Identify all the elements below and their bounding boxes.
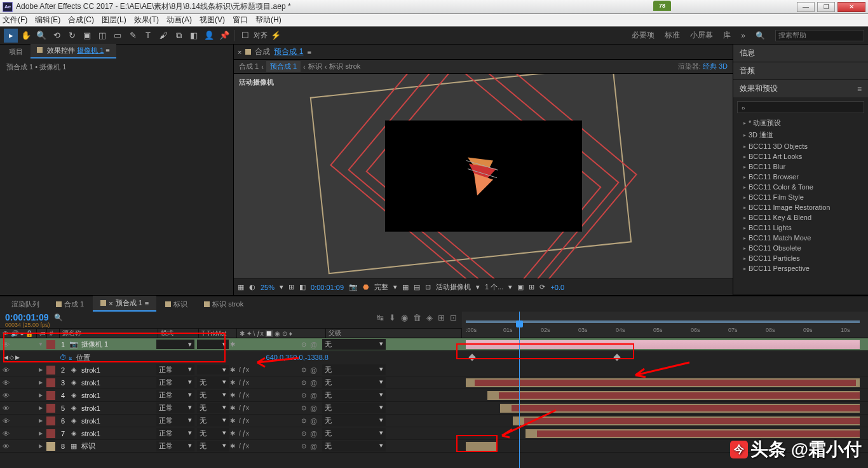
- parent-select[interactable]: 无▾: [322, 428, 386, 439]
- camera-tool[interactable]: ▣: [80, 29, 94, 43]
- stopwatch-icon[interactable]: ⏱ ⊵: [60, 354, 72, 361]
- pickwhip-icon[interactable]: @: [306, 443, 321, 450]
- pickwhip-icon[interactable]: @: [306, 392, 321, 399]
- switches[interactable]: ✱/ ƒx⊙: [230, 379, 306, 386]
- label-color[interactable]: [46, 340, 55, 349]
- preset-item[interactable]: BCC11 Perspective: [733, 263, 868, 273]
- preset-item[interactable]: BCC11 Browser: [733, 172, 868, 182]
- ws-essentials[interactable]: 必要项: [632, 30, 654, 41]
- timeline-tab[interactable]: × 预合成 1 ≡: [93, 296, 156, 312]
- keyframe[interactable]: [468, 354, 475, 361]
- twirl-icon[interactable]: ▶: [37, 367, 44, 373]
- snap-options[interactable]: ⚡: [269, 29, 283, 43]
- parent-select[interactable]: 无▾: [322, 364, 386, 375]
- menu-help[interactable]: 帮助(H): [255, 15, 281, 25]
- roto-tool[interactable]: 👤: [202, 29, 216, 43]
- timeline-tab[interactable]: 标识: [158, 297, 195, 312]
- layer-bar-inner[interactable]: [499, 392, 860, 399]
- puppet-tool[interactable]: 📌: [217, 29, 231, 43]
- clone-tool[interactable]: ⧉: [172, 29, 186, 43]
- trkmat[interactable]: 无▾: [197, 390, 229, 401]
- parent-select[interactable]: 无▾: [322, 390, 386, 401]
- timeline-tab[interactable]: 标识 strok: [196, 297, 251, 312]
- blend-mode[interactable]: 正常▾: [156, 403, 194, 413]
- twirl-icon[interactable]: ▶: [37, 405, 44, 411]
- minimize-button[interactable]: —: [797, 2, 815, 12]
- switches[interactable]: ✱/ ƒx⊙: [230, 404, 306, 411]
- alpha-icon[interactable]: ◐: [249, 283, 255, 291]
- parent-select[interactable]: 无▾: [322, 441, 386, 451]
- pickwhip-icon[interactable]: @: [306, 417, 321, 425]
- timeline-tab[interactable]: 合成 1: [48, 297, 92, 312]
- layer-name[interactable]: strok1: [79, 379, 155, 387]
- keyframe-nav[interactable]: ◀◇▶: [0, 354, 32, 361]
- views-select[interactable]: 1 个...: [485, 282, 503, 292]
- mask-icon[interactable]: ⊡: [425, 283, 431, 291]
- bc-1[interactable]: 预合成 1: [266, 61, 301, 72]
- shape-tool[interactable]: ▭: [111, 29, 125, 43]
- trkmat[interactable]: 无▾: [197, 403, 229, 413]
- maximize-button[interactable]: ❐: [817, 2, 835, 12]
- hand-tool[interactable]: ✋: [19, 29, 33, 43]
- snapshot-icon[interactable]: 📷: [349, 283, 358, 291]
- twirl-icon[interactable]: ▶: [37, 443, 44, 449]
- switches[interactable]: ✱/ ƒx⊙: [230, 430, 306, 437]
- zoom-value[interactable]: 25%: [261, 284, 275, 291]
- snap-toggle[interactable]: ☐: [238, 29, 252, 43]
- tab-effect-controls[interactable]: 效果控件 摄像机 1 ≡: [31, 44, 116, 59]
- trkmat[interactable]: ▾: [197, 365, 229, 375]
- label-color[interactable]: [46, 378, 55, 387]
- parent-select[interactable]: 无▾: [322, 415, 386, 426]
- preset-item[interactable]: BCC11 Blur: [733, 162, 868, 172]
- label-color[interactable]: [46, 429, 55, 438]
- layer-bar-inner[interactable]: [537, 430, 860, 437]
- view1-icon[interactable]: ▣: [517, 283, 524, 291]
- search-help-input[interactable]: 搜索帮助: [775, 30, 864, 41]
- pickwhip-icon[interactable]: @: [306, 341, 321, 348]
- layer-name[interactable]: strok1: [79, 404, 155, 412]
- comp-name[interactable]: 预合成 1: [274, 46, 303, 57]
- viewport[interactable]: 活动摄像机: [234, 74, 733, 279]
- trkmat[interactable]: 无▾: [197, 428, 229, 439]
- layer-row[interactable]: 👁 ▶ 5 ◈ strok1 正常▾ 无▾ ✱/ ƒx⊙ @ 无▾: [0, 402, 868, 415]
- preset-item[interactable]: BCC11 Film Style: [733, 192, 868, 202]
- preset-item[interactable]: BCC11 Key & Blend: [733, 212, 868, 223]
- menu-effect[interactable]: 效果(T): [134, 15, 159, 25]
- ws-standard[interactable]: 标准: [665, 30, 680, 41]
- layer-bar-inner[interactable]: [512, 405, 860, 411]
- blend-mode[interactable]: 正常▾: [156, 441, 194, 451]
- parent-select[interactable]: 无▾: [322, 377, 386, 388]
- layer-bar[interactable]: [466, 340, 860, 349]
- renderer-value[interactable]: 经典 3D: [703, 62, 728, 70]
- menu-anim[interactable]: 动画(A): [166, 15, 192, 25]
- rotate-tool[interactable]: ↻: [65, 29, 79, 43]
- switches[interactable]: ✱/ ƒx⊙: [230, 443, 306, 450]
- label-color[interactable]: [46, 442, 55, 451]
- trkmat[interactable]: ▾: [197, 340, 229, 349]
- view2-icon[interactable]: ⊞: [529, 283, 534, 291]
- blend-mode[interactable]: 正常▾: [156, 377, 194, 388]
- parent-select[interactable]: 无▾: [322, 403, 386, 413]
- bc-0[interactable]: 合成 1: [239, 62, 259, 71]
- switches[interactable]: ✱/ ƒx⊙: [230, 392, 306, 399]
- selection-tool[interactable]: ▸: [4, 29, 18, 43]
- switches[interactable]: ✱/ ƒx⊙: [230, 417, 306, 424]
- preset-item[interactable]: * 动画预设: [733, 117, 868, 129]
- camera-select[interactable]: 活动摄像机: [436, 282, 471, 292]
- text-tool[interactable]: T: [141, 29, 155, 43]
- blend-mode[interactable]: 正常▾: [156, 364, 194, 375]
- info-panel-header[interactable]: 信息: [733, 45, 868, 62]
- visibility-toggle[interactable]: 👁: [0, 366, 11, 374]
- twirl-icon[interactable]: ▶: [37, 430, 44, 436]
- layer-name[interactable]: strok1: [79, 430, 155, 437]
- pickwhip-icon[interactable]: @: [306, 404, 321, 412]
- layer-bar[interactable]: [466, 442, 498, 451]
- menu-layer[interactable]: 图层(L): [102, 15, 126, 25]
- preset-item[interactable]: BCC11 Match Move: [733, 233, 868, 243]
- layer-name[interactable]: strok1: [79, 366, 155, 374]
- trkmat[interactable]: 无▾: [197, 377, 229, 388]
- menu-window[interactable]: 窗口: [233, 15, 248, 25]
- preview-time[interactable]: 0:00:01:09: [311, 284, 344, 291]
- effects-panel-header[interactable]: 效果和预设: [733, 80, 868, 97]
- blend-mode[interactable]: 正常▾: [156, 415, 194, 426]
